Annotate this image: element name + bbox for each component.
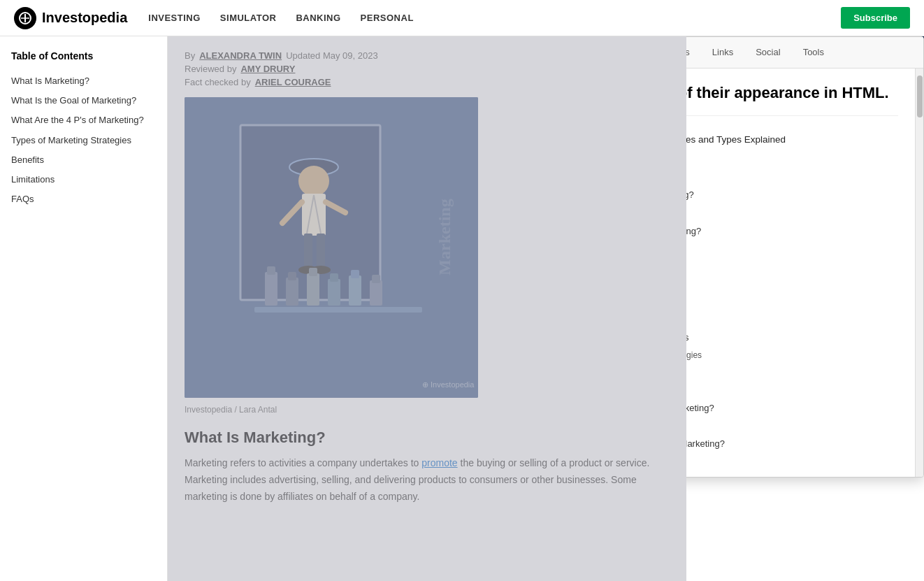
header-row-8: <H3>Place bbox=[686, 276, 898, 294]
scrollbar-thumb[interactable] bbox=[917, 76, 923, 117]
header-text-3: What Is the Goal of Marketing? bbox=[686, 188, 694, 203]
header-tree: <H1>Marketing in Business: Strategies an… bbox=[686, 130, 898, 454]
header-text-12: Traditional Marketing Strategies bbox=[686, 349, 702, 362]
sidebar-item-1[interactable]: What Is the Goal of Marketing? bbox=[11, 91, 156, 110]
modal-heading: All headers in order of their appearance… bbox=[686, 83, 898, 116]
sidebar-item-6[interactable]: FAQs bbox=[11, 189, 156, 209]
nav-investing[interactable]: INVESTING bbox=[148, 13, 201, 23]
sidebar-item-5[interactable]: Limitations bbox=[11, 170, 156, 189]
header-text-5: What Are the 4 P's of Marketing? bbox=[686, 224, 701, 239]
sidebar-item-3[interactable]: Types of Marketing Strategies bbox=[11, 131, 156, 150]
sidebar-item-2[interactable]: What Are the 4 P's of Marketing? bbox=[11, 110, 156, 130]
header-row-0: <H1>Marketing in Business: Strategies an… bbox=[686, 130, 898, 150]
sidebar-item-0[interactable]: What Is Marketing? bbox=[11, 71, 156, 91]
modal-tabs: Summary HEADERS Images Links Social Tool… bbox=[686, 37, 923, 69]
modal-content: All headers in order of their appearance… bbox=[686, 69, 915, 477]
tab-links[interactable]: Links bbox=[701, 37, 744, 69]
header-row-9: <H3>Promotion bbox=[686, 294, 898, 311]
header-row-5: <H2>What Are the 4 P's of Marketing? bbox=[686, 222, 898, 241]
logo-text: Investopedia bbox=[42, 10, 127, 26]
sidebar: Table of Contents What Is Marketing? Wha… bbox=[0, 36, 168, 581]
header-row-10: <H3> bbox=[686, 311, 898, 328]
sidebar-title: Table of Contents bbox=[11, 50, 156, 62]
header-row-2: <H3>Key Takeaways bbox=[686, 168, 898, 185]
header-row-7: <H3>Price bbox=[686, 259, 898, 276]
header-row-6: <H3>Product bbox=[686, 241, 898, 258]
modal-panel: Summary HEADERS Images Links Social Tool… bbox=[686, 36, 924, 478]
header-text-11: Types of Marketing Strategies bbox=[686, 331, 689, 345]
header-row-15: <H2>What Are the Benefits of Marketing? bbox=[686, 399, 898, 418]
header-row-13: <H3>Digital Marketing bbox=[686, 364, 898, 382]
tab-images[interactable]: Images bbox=[686, 37, 701, 69]
modal-inner: All headers in order of their appearance… bbox=[686, 69, 923, 477]
nav-banking[interactable]: BANKING bbox=[296, 13, 340, 23]
header-row-17: <H2>What Are the Limitations of Marketin… bbox=[686, 435, 898, 454]
tab-tools[interactable]: Tools bbox=[792, 37, 835, 69]
subscribe-button[interactable]: Subscribe bbox=[841, 7, 910, 29]
nav-simulator[interactable]: SIMULATOR bbox=[220, 13, 277, 23]
header-text-0: Marketing in Business: Strategies and Ty… bbox=[686, 132, 786, 148]
header-row-11: <H2>Types of Marketing Strategies bbox=[686, 329, 898, 347]
header-row-12: <H3>Traditional Marketing Strategies bbox=[686, 347, 898, 364]
article-content: By ALEXANDRA TWIN Updated May 09, 2023 R… bbox=[168, 36, 686, 581]
tab-social[interactable]: Social bbox=[744, 37, 791, 69]
header-row-16: <H3> bbox=[686, 418, 898, 435]
top-nav: Investopedia INVESTING SIMULATOR BANKING… bbox=[0, 0, 924, 36]
header-text-15: What Are the Benefits of Marketing? bbox=[686, 401, 714, 416]
nav-links: INVESTING SIMULATOR BANKING PERSONAL bbox=[148, 13, 414, 23]
header-text-17: What Are the Limitations of Marketing? bbox=[686, 437, 725, 452]
header-row-14: <H3> bbox=[686, 382, 898, 399]
sidebar-item-4[interactable]: Benefits bbox=[11, 150, 156, 170]
header-row-4: <H3>Formal Definition: bbox=[686, 204, 898, 222]
modal-scrollbar[interactable] bbox=[915, 69, 923, 477]
logo[interactable]: Investopedia bbox=[14, 7, 127, 29]
header-row-3: <H2>What Is the Goal of Marketing? bbox=[686, 186, 898, 205]
logo-icon bbox=[14, 7, 36, 29]
header-row-1: <H2>What Is Marketing? bbox=[686, 150, 898, 168]
overlay bbox=[168, 36, 686, 581]
nav-personal[interactable]: PERSONAL bbox=[361, 13, 414, 23]
main-layout: Table of Contents What Is Marketing? Wha… bbox=[0, 36, 924, 581]
right-side: Invest yourself with IG Academy Summary … bbox=[686, 36, 924, 581]
